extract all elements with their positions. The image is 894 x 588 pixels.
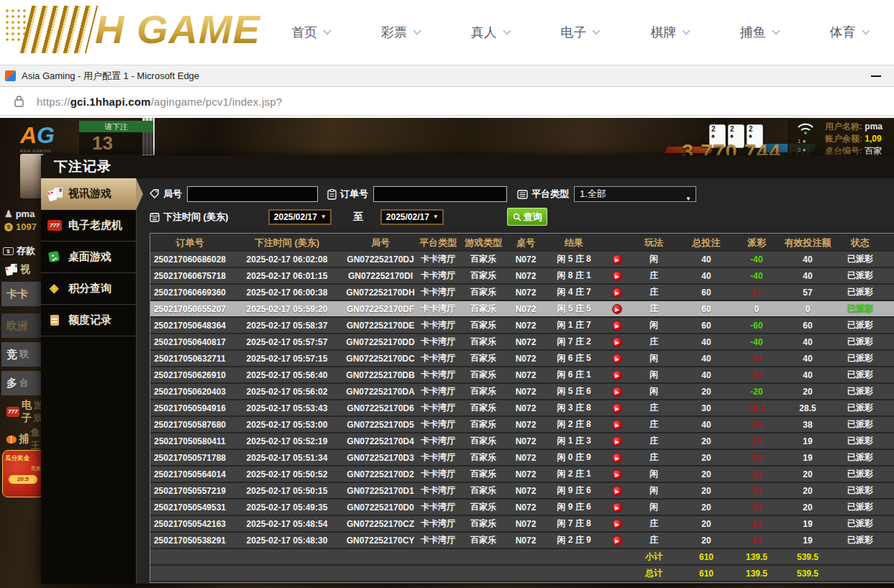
nav-item[interactable]: 电子 <box>560 24 599 41</box>
table-row[interactable]: 250217050571788 2025-02-17 05:51:34 GN07… <box>150 450 894 465</box>
nav-item[interactable]: 捕鱼 <box>740 24 779 41</box>
table-row[interactable]: 250217060669360 2025-02-17 06:00:38 GN07… <box>150 285 894 300</box>
cell-game <box>882 285 894 300</box>
chevron-down-icon: ▼ <box>685 192 691 206</box>
cell-total-bet: 20 <box>677 384 736 399</box>
cell-game-type: 百家乐 <box>460 450 507 465</box>
seat-number: 1 ● <box>798 138 806 144</box>
deposit-button[interactable]: $ 存款 <box>3 244 35 257</box>
round-number-input[interactable] <box>187 186 318 202</box>
nav-item[interactable]: 首页 <box>291 24 330 41</box>
video-games-menu-bg[interactable]: 视 <box>6 263 30 276</box>
column-header: 游戏类型 <box>460 235 507 250</box>
doc-icon <box>47 314 63 327</box>
cell-payout: 38 <box>736 417 777 432</box>
menu-item-dianzi[interactable]: 电子游戏 <box>1 400 42 424</box>
table-row[interactable]: 250217050620403 2025-02-17 05:56:02 GN07… <box>150 384 894 399</box>
nav-item[interactable]: 体育 <box>830 24 869 41</box>
nav-item[interactable]: 彩票 <box>381 24 420 41</box>
table-icon <box>47 251 63 264</box>
replay-button[interactable]: ▶ <box>612 420 622 430</box>
cell-total-bet: 20 <box>677 450 736 465</box>
table-row[interactable]: 250217050655207 2025-02-17 05:59:20 GN07… <box>150 301 894 316</box>
replay-button[interactable]: ▶ <box>612 354 622 364</box>
nav-item[interactable]: 真人 <box>471 24 510 41</box>
replay-button[interactable]: ▶ <box>612 288 622 298</box>
table-row[interactable]: 250217050594916 2025-02-17 05:53:43 GN07… <box>150 400 894 415</box>
total-valid: 539.5 <box>777 566 838 581</box>
platform-type-select[interactable]: 1.全部▼ <box>574 186 696 202</box>
menu-item-duo[interactable]: 多台 <box>1 371 42 395</box>
replay-button[interactable]: ▶ <box>612 337 622 347</box>
replay-button[interactable]: ▶ <box>612 486 622 496</box>
replay-button[interactable]: ▶ <box>612 502 622 513</box>
table-row[interactable]: 250217050632711 2025-02-17 05:57:15 GN07… <box>150 351 894 366</box>
site-logo[interactable]: H GAME <box>4 6 260 53</box>
menu-item-ouzhou[interactable]: 欧洲 <box>1 313 42 338</box>
search-button[interactable]: 查询 <box>507 208 547 226</box>
cell-table-number: N072 <box>507 483 544 498</box>
table-row[interactable]: 250217050557219 2025-02-17 05:50:15 GN07… <box>150 483 894 498</box>
date-from-picker[interactable]: 2025/02/17▼ <box>268 209 332 225</box>
column-header <box>603 235 631 250</box>
site-nav: H GAME 首页彩票真人电子棋牌捕鱼体育 <box>0 0 894 65</box>
replay-button[interactable]: ▶ <box>612 254 622 265</box>
bet-prompt: 请下注 <box>79 121 153 132</box>
site-favicon-icon <box>5 70 16 81</box>
table-row[interactable]: 250217050580411 2025-02-17 05:52:19 GN07… <box>150 433 894 449</box>
table-row[interactable]: 250217050640817 2025-02-17 05:57:57 GN07… <box>150 334 894 349</box>
replay-button[interactable]: ▶ <box>612 453 622 463</box>
replay-button[interactable]: ▶ <box>612 436 622 446</box>
cell-bet-time: 2025-02-17 05:53:43 <box>229 400 345 415</box>
menu-item-jing[interactable]: 竞联 <box>1 342 42 367</box>
sidebar-item[interactable]: 积分查询 <box>41 273 136 305</box>
cell-result: 闲 7 庄 2 <box>544 334 603 349</box>
cell-replay: ▶ <box>603 433 631 449</box>
sidebar-item[interactable]: 视讯游戏 <box>41 178 136 210</box>
table-row[interactable]: 250217050542163 2025-02-17 05:48:54 GN07… <box>150 516 894 531</box>
sidebar-item[interactable]: 桌面游戏 <box>41 242 136 273</box>
sidebar-item[interactable]: 额度记录 <box>41 305 136 336</box>
cell-valid-bet: 19 <box>777 516 838 531</box>
magnifier-icon <box>513 213 521 221</box>
replay-button[interactable]: ▶ <box>612 469 622 479</box>
replay-button[interactable]: ▶ <box>612 403 622 413</box>
table-row[interactable]: 250217050587680 2025-02-17 05:53:00 GN07… <box>150 417 894 432</box>
cell-table-number: N072 <box>507 351 544 366</box>
sidebar-item[interactable]: 电子老虎机 <box>41 210 136 242</box>
replay-button[interactable]: ▶ <box>612 536 622 546</box>
table-row[interactable]: 250217050564014 2025-02-17 05:50:52 GN07… <box>150 467 894 482</box>
table-row[interactable]: 250217050648364 2025-02-17 05:58:37 GN07… <box>150 318 894 333</box>
bet-timer: 请下注 13 <box>79 121 153 155</box>
menu-item-kaka[interactable]: 卡卡 <box>1 282 42 306</box>
cell-order-number: 250217050580411 <box>150 433 229 449</box>
column-header: 结果 <box>544 235 603 250</box>
replay-button[interactable]: ▶ <box>612 271 622 281</box>
nav-item[interactable]: 棋牌 <box>650 24 689 41</box>
table-row[interactable]: 250217050549531 2025-02-17 05:49:35 GN07… <box>150 500 894 515</box>
column-header: 桌号 <box>507 235 544 250</box>
cell-table-number: N072 <box>507 367 544 382</box>
column-header: 局号 <box>345 235 416 250</box>
cell-table-number: N072 <box>507 285 544 300</box>
cell-valid-bet: 20 <box>777 467 838 482</box>
promo-red-packet[interactable]: 瓜分奖金 先抢 20:5 <box>2 450 44 497</box>
menu-item-buyu[interactable]: 捕鱼王 <box>1 427 42 451</box>
cell-payout: -40 <box>736 334 777 349</box>
table-row[interactable]: 250217060686028 2025-02-17 06:02:08 GN07… <box>150 252 894 267</box>
table-row[interactable]: 250217050626910 2025-02-17 05:56:40 GN07… <box>150 367 894 382</box>
replay-button[interactable]: ▶ <box>612 519 622 529</box>
replay-button[interactable]: ▶ <box>612 370 622 380</box>
browser-urlbar[interactable]: https://gci.1hhapi.com/agingame/pcv1/ind… <box>0 88 894 116</box>
minimize-button[interactable] <box>871 75 881 77</box>
replay-button[interactable]: ▶ <box>612 321 622 331</box>
table-row[interactable]: 250217060675718 2025-02-17 06:01:15 GN07… <box>150 268 894 283</box>
cell-game-type: 百家乐 <box>460 384 507 399</box>
replay-button[interactable]: ▶ <box>612 387 622 397</box>
date-to-picker[interactable]: 2025/02/17▼ <box>380 209 444 225</box>
order-number-input[interactable] <box>373 186 507 202</box>
replay-button[interactable]: ▶ <box>612 304 622 314</box>
total-bet: 610 <box>677 566 736 581</box>
table-row[interactable]: 250217050538291 2025-02-17 05:48:30 GN07… <box>150 533 894 548</box>
cell-game <box>882 450 894 465</box>
